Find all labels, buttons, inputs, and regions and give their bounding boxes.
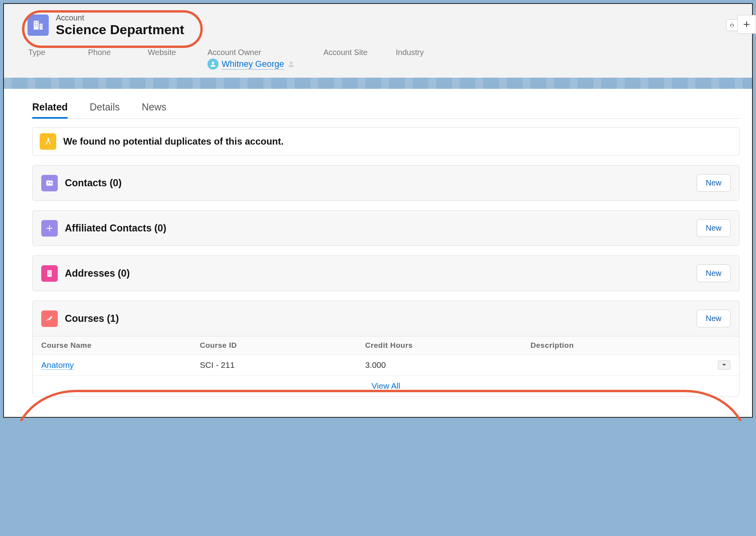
account-page: + Account Science Department Type Phone … [3,3,753,418]
courses-title[interactable]: Courses (1) [65,313,690,324]
field-industry-label: Industry [396,48,427,57]
decorative-strip [4,78,752,89]
field-type-label: Type [28,48,60,57]
col-course-name: Course Name [41,341,200,350]
account-icon [28,15,49,36]
courses-icon [41,310,58,327]
tab-details[interactable]: Details [90,98,119,118]
entity-type-label: Account [56,13,717,22]
field-site-label: Account Site [323,48,367,57]
contacts-card: Contacts (0) New [32,165,739,201]
owner-link[interactable]: Whitney George [222,59,284,70]
course-name-link[interactable]: Anatomy [41,360,74,370]
col-description: Description [530,341,730,350]
svg-rect-4 [50,182,52,182]
affiliated-contacts-card: Affiliated Contacts (0) New [32,210,739,246]
table-row: Anatomy SCI - 211 3.000 [33,354,739,375]
courses-view-all: View All [33,375,739,396]
owner-avatar-icon [207,59,218,70]
duplicates-message: We found no potential duplicates of this… [63,136,284,147]
change-owner-icon[interactable] [287,60,295,68]
courses-card: Courses (1) New Course Name Course ID Cr… [32,301,739,396]
addresses-new-button[interactable]: New [697,264,730,282]
credit-hours-cell: 3.000 [365,360,530,370]
merge-icon [40,133,56,150]
hierarchy-button[interactable] [726,19,738,31]
addresses-card: Addresses (0) New [32,255,739,291]
addresses-title[interactable]: Addresses (0) [65,268,690,279]
tab-news[interactable]: News [142,98,167,118]
tab-bar: Related Details News [32,98,739,119]
contacts-icon [41,175,58,191]
add-action-button[interactable]: + [737,15,756,34]
row-actions-menu[interactable] [718,360,730,370]
compact-fields: Type Phone Website Account Owner Whitney… [28,48,738,70]
svg-point-0 [212,62,214,64]
record-header: + Account Science Department Type Phone … [4,4,752,78]
course-id-cell: SCI - 211 [200,360,365,370]
affiliated-icon [41,220,58,237]
col-course-id: Course ID [200,341,365,350]
courses-table-header: Course Name Course ID Credit Hours Descr… [33,336,739,354]
affiliated-title[interactable]: Affiliated Contacts (0) [65,222,690,234]
contacts-new-button[interactable]: New [697,174,730,192]
entity-name: Science Department [56,22,717,37]
field-owner-label: Account Owner [207,48,295,57]
record-body: Related Details News We found no potenti… [4,89,752,417]
field-website-label: Website [148,48,179,57]
svg-point-3 [48,182,49,184]
col-credit-hours: Credit Hours [365,341,530,350]
view-all-link[interactable]: View All [371,381,400,390]
svg-rect-5 [50,183,52,184]
duplicates-card: We found no potential duplicates of this… [32,127,739,156]
tab-related[interactable]: Related [32,98,68,118]
contacts-title[interactable]: Contacts (0) [65,177,690,189]
addresses-icon [41,265,58,282]
affiliated-new-button[interactable]: New [697,219,730,237]
svg-point-1 [290,62,293,64]
courses-new-button[interactable]: New [697,310,730,327]
field-phone-label: Phone [88,48,119,57]
